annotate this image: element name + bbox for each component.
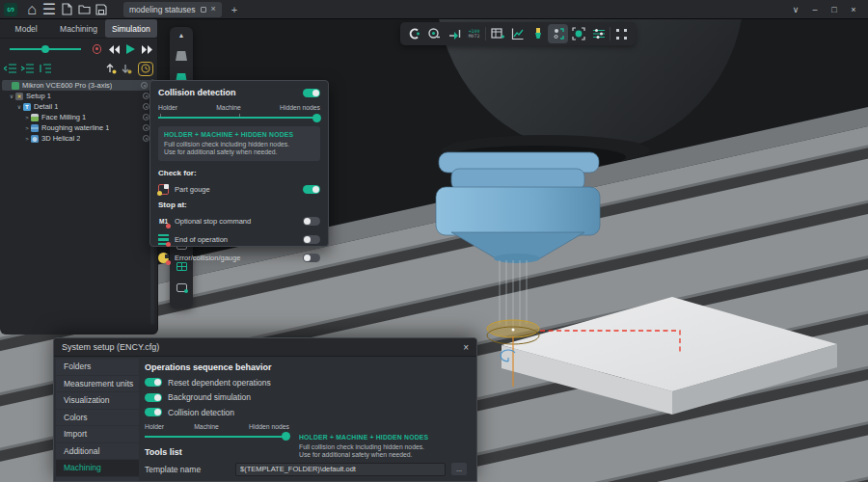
open-folder-icon[interactable]	[75, 2, 93, 17]
new-file-icon[interactable]	[58, 2, 75, 17]
home-icon[interactable]: ⌂	[23, 2, 41, 17]
chart-button[interactable]	[507, 24, 528, 43]
save-icon[interactable]	[93, 2, 110, 17]
dialog-collision-slider[interactable]	[145, 436, 289, 438]
step-over-lines-icon[interactable]	[21, 64, 35, 74]
part-gouge-toggle[interactable]	[303, 185, 320, 194]
collision-detection-toggle[interactable]	[303, 89, 320, 97]
nav-colors[interactable]: Colors	[56, 410, 139, 426]
fullscreen-icon	[615, 28, 628, 40]
document-tab[interactable]: modeling statuses ×	[123, 2, 222, 17]
nav-online-features[interactable]: Online features	[56, 477, 139, 482]
tree-item-3d-helical[interactable]: > ◎ 3D Helical 2	[0, 133, 157, 144]
tree-item-machine[interactable]: Mikron VCE600 Pro (3-axis)	[2, 80, 155, 91]
system-setup-dialog: System setup (ENCY.cfg) × Folders Measur…	[53, 337, 477, 482]
jump-down-icon[interactable]	[121, 63, 132, 74]
visibility-toggle-icon[interactable]	[141, 82, 148, 89]
export-toolpath-button[interactable]	[444, 24, 464, 43]
nav-folders[interactable]: Folders	[56, 359, 139, 375]
display-settings-button[interactable]	[588, 24, 609, 43]
template-name-input[interactable]	[235, 463, 446, 476]
optional-stop-toggle[interactable]	[303, 217, 320, 226]
setup-icon: ✕	[15, 93, 23, 100]
tree-item-roughing-waterline[interactable]: > Roughing waterline 1	[0, 122, 157, 133]
visibility-toggle-icon[interactable]	[143, 124, 149, 131]
error-collision-toggle[interactable]	[303, 254, 320, 262]
focus-target-button[interactable]	[568, 24, 588, 43]
window-dropdown-icon[interactable]: ∨	[789, 5, 802, 14]
dialog-collision-info: HOLDER + MACHINE + HIDDEN NODES Full col…	[299, 434, 471, 459]
jump-up-icon[interactable]	[105, 63, 117, 74]
dialog-title: System setup (ENCY.cfg)	[62, 342, 159, 352]
visibility-toggle-icon[interactable]	[143, 135, 149, 142]
gcode-icon-line2: M072	[469, 34, 480, 39]
tool-table-button[interactable]	[487, 24, 507, 43]
tool-check-button[interactable]	[528, 24, 548, 43]
end-of-operation-toggle[interactable]	[303, 235, 320, 244]
left-panel-tabs: Model Machining Simulation	[0, 19, 157, 39]
window-maximize-icon[interactable]: □	[827, 5, 841, 14]
visibility-toggle-icon[interactable]	[143, 103, 149, 110]
tree-item-setup[interactable]: ∨ ✕ Setup 1	[0, 91, 157, 101]
part-gouge-icon	[158, 184, 169, 195]
menu-icon[interactable]: ☰	[41, 2, 58, 17]
visibility-toggle-icon[interactable]	[143, 93, 149, 99]
collision-detection-button[interactable]	[548, 24, 568, 43]
window-close-icon[interactable]: ×	[847, 5, 860, 14]
tab-simulation[interactable]: Simulation	[105, 19, 157, 38]
app-logo-icon[interactable]: ᔕ	[4, 3, 17, 16]
face-milling-icon	[31, 114, 39, 121]
nav-additional[interactable]: Additional	[56, 443, 139, 460]
end-of-operation-icon	[158, 234, 169, 245]
record-button[interactable]	[93, 44, 101, 54]
nav-measurement-units[interactable]: Measurement units	[56, 376, 139, 392]
dialog-titlebar[interactable]: System setup (ENCY.cfg) ×	[54, 338, 476, 357]
gcode-button[interactable]: +100 M072	[464, 24, 484, 43]
reset-dependent-toggle[interactable]	[145, 378, 162, 387]
dialog-slider-handle[interactable]	[282, 432, 290, 441]
tree-item-face-milling[interactable]: > Face Milling 1	[0, 112, 157, 122]
rewind-button[interactable]	[108, 45, 120, 54]
nav-visualization[interactable]: Visualization	[56, 392, 139, 409]
spindle-contact-icon	[407, 27, 420, 40]
holder-gray-icon[interactable]	[176, 51, 187, 61]
new-tab-button[interactable]: +	[231, 4, 237, 15]
comment-bubble-notification-icon[interactable]	[176, 283, 187, 292]
strip-collapse-icon[interactable]: ▲	[178, 32, 185, 39]
fast-forward-button[interactable]	[142, 45, 153, 54]
waterline-icon	[31, 124, 39, 132]
focus-target-icon	[572, 27, 585, 40]
dialog-collision-toggle[interactable]	[145, 408, 162, 416]
step-list-icon[interactable]	[39, 64, 52, 74]
tab-machining[interactable]: Machining	[52, 19, 104, 38]
time-mode-button[interactable]	[138, 62, 153, 76]
operations-tree: Mikron VCE600 Pro (3-axis) ∨ ✕ Setup 1 ∨…	[0, 80, 157, 144]
simulation-progress-slider[interactable]	[10, 48, 81, 50]
error-collision-icon	[158, 253, 169, 263]
pin-icon[interactable]	[201, 7, 206, 13]
collision-level-slider[interactable]	[158, 117, 320, 119]
nav-import[interactable]: Import	[56, 426, 139, 442]
collision-detection-row: Collision detection	[145, 408, 471, 417]
dialog-close-icon[interactable]: ×	[463, 342, 469, 353]
check-item-part-gouge: Part gouge	[158, 183, 320, 196]
nav-machining[interactable]: Machining	[56, 460, 139, 476]
fullscreen-button[interactable]	[611, 24, 632, 43]
tree-item-detail[interactable]: ∨ T Detail 1	[0, 101, 157, 112]
window-minimize-icon[interactable]: –	[808, 5, 822, 14]
sliders-icon	[592, 27, 606, 40]
browse-button[interactable]: ...	[451, 463, 467, 475]
stop-item-optional-stop: M1 Optional stop command	[158, 215, 320, 228]
slider-handle[interactable]	[312, 114, 321, 122]
spindle-contact-button[interactable]	[403, 24, 423, 43]
check-for-heading: Check for:	[158, 169, 320, 177]
tab-model[interactable]: Model	[0, 19, 52, 38]
step-back-lines-icon[interactable]	[4, 64, 17, 74]
table-plus-icon	[491, 27, 504, 40]
probe-button[interactable]	[423, 24, 444, 43]
dialog-content: Operations sequence behavior Reset depen…	[145, 359, 471, 482]
background-simulation-toggle[interactable]	[145, 393, 162, 402]
play-button[interactable]	[126, 44, 135, 54]
visibility-toggle-icon[interactable]	[143, 114, 149, 120]
tab-close-icon[interactable]: ×	[211, 5, 216, 13]
